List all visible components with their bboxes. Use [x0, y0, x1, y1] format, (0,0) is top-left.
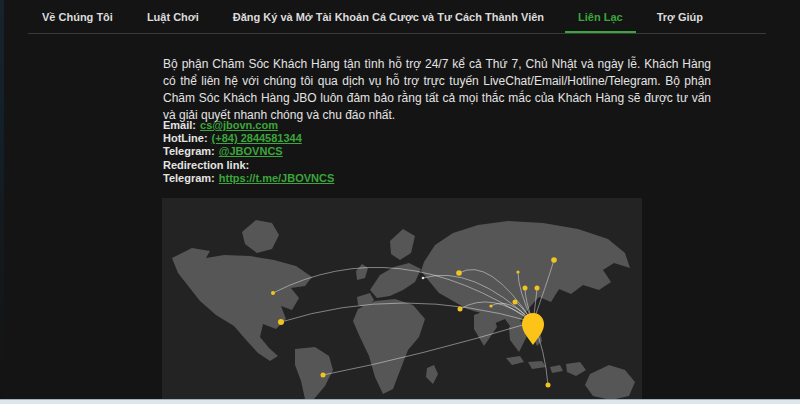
telegram-link[interactable]: @JBOVNCS: [219, 145, 283, 157]
hotline-link[interactable]: (+84) 2844581344: [212, 132, 302, 144]
map-dot: [321, 373, 326, 378]
tab-help[interactable]: Trợ Giúp: [644, 0, 716, 33]
email-label: Email:: [163, 119, 196, 131]
support-description: Bộ phận Chăm Sóc Khách Hàng tận tình hỗ …: [163, 56, 711, 124]
contact-row-telegram: Telegram:@JBOVNCS: [163, 145, 334, 158]
contact-row-redirection: Redirection link:: [163, 159, 334, 172]
map-dot: [513, 300, 518, 305]
world-map: [162, 198, 642, 399]
contact-list: Email:cs@jbovn.com HotLine:(+84) 2844581…: [163, 119, 334, 185]
map-dot: [278, 319, 284, 325]
telegram-url-link[interactable]: https://t.me/JBOVNCS: [219, 172, 335, 184]
map-dot: [489, 304, 492, 307]
nav-tabs: Về Chúng Tôi Luật Chơi Đăng Ký và Mở Tài…: [29, 0, 716, 33]
contact-page: Về Chúng Tôi Luật Chơi Đăng Ký và Mở Tài…: [0, 0, 800, 404]
map-dot: [271, 291, 275, 295]
map-dot: [523, 286, 528, 291]
map-dot: [422, 277, 425, 280]
tab-register[interactable]: Đăng Ký và Mở Tài Khoản Cá Cược và Tư Cá…: [220, 0, 557, 33]
email-link[interactable]: cs@jbovn.com: [200, 119, 278, 131]
map-dot: [456, 270, 462, 276]
contact-row-telegram-url: Telegram:https://t.me/JBOVNCS: [163, 172, 334, 185]
hotline-label: HotLine:: [163, 132, 208, 144]
map-dot: [458, 307, 463, 312]
tab-contact[interactable]: Liên Lạc: [565, 0, 636, 33]
contact-row-hotline: HotLine:(+84) 2844581344: [163, 132, 334, 145]
redirection-label: Redirection link:: [163, 159, 249, 171]
map-dot: [516, 270, 519, 273]
tab-rules[interactable]: Luật Chơi: [134, 0, 212, 33]
map-dot: [535, 286, 540, 291]
tab-about[interactable]: Về Chúng Tôi: [29, 0, 126, 33]
map-dot: [551, 257, 557, 263]
contact-row-email: Email:cs@jbovn.com: [163, 119, 334, 132]
page-bottom-edge: [0, 399, 800, 404]
world-map-svg: [162, 198, 642, 399]
telegram-label: Telegram:: [163, 145, 215, 157]
map-dot: [546, 383, 551, 388]
window-left-edge: [0, 0, 4, 404]
telegram-url-label: Telegram:: [163, 172, 215, 184]
top-nav: Về Chúng Tôi Luật Chơi Đăng Ký và Mở Tài…: [0, 0, 800, 35]
nav-divider: [28, 33, 766, 34]
